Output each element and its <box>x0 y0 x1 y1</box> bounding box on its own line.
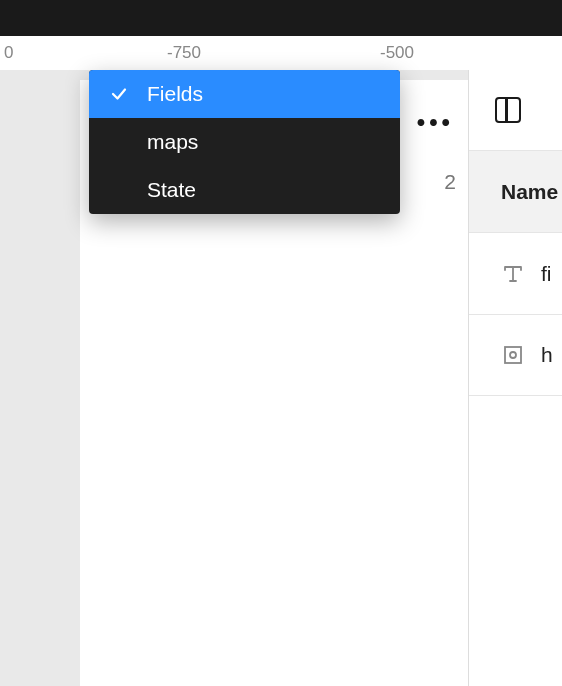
panel-row[interactable]: fi <box>469 232 562 314</box>
instance-icon <box>501 343 525 367</box>
dropdown-item-maps[interactable]: maps <box>89 118 400 166</box>
ruler-tick: -500 <box>380 43 414 63</box>
ruler: 0 -750 -500 <box>0 36 562 70</box>
layout-panel-icon[interactable] <box>495 97 521 123</box>
right-panel: Name fi h <box>468 70 562 686</box>
panel-column-header[interactable]: Name <box>469 150 562 232</box>
svg-point-1 <box>510 352 516 358</box>
dropdown-menu: Fields maps State <box>89 70 400 214</box>
check-icon <box>109 181 129 199</box>
row-label: h <box>541 343 553 367</box>
ruler-tick: 0 <box>4 43 13 63</box>
dropdown-item-label: State <box>147 178 400 202</box>
top-bar <box>0 0 562 36</box>
row-label: fi <box>541 262 552 286</box>
dropdown-item-state[interactable]: State <box>89 166 400 214</box>
panel-header <box>469 70 562 150</box>
svg-rect-0 <box>505 347 521 363</box>
column-header-name: Name <box>501 180 558 204</box>
check-icon <box>109 133 129 151</box>
canvas-area[interactable]: ••• 2 Name fi h Fields <box>0 70 562 686</box>
panel-row[interactable]: h <box>469 314 562 396</box>
ruler-tick: -750 <box>167 43 201 63</box>
dropdown-item-fields[interactable]: Fields <box>89 70 400 118</box>
text-icon <box>501 262 525 286</box>
count-indicator: 2 <box>444 170 456 194</box>
overflow-menu-button[interactable]: ••• <box>417 108 454 136</box>
dropdown-item-label: maps <box>147 130 400 154</box>
dropdown-item-label: Fields <box>147 82 400 106</box>
check-icon <box>109 85 129 103</box>
